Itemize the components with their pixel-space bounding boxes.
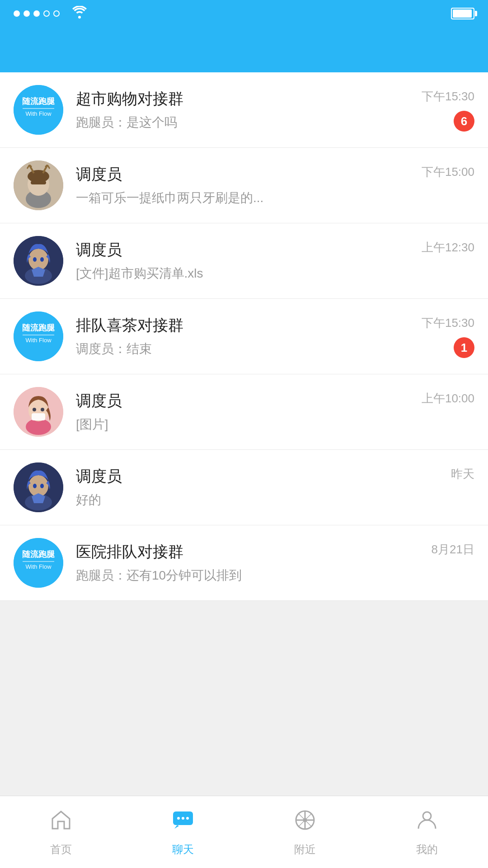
avatar-anime2 xyxy=(14,462,63,512)
chat-name: 超市购物对接群 xyxy=(76,89,183,109)
svg-text:With Flow: With Flow xyxy=(25,563,52,570)
chat-name: 调度员 xyxy=(76,391,122,411)
svg-point-34 xyxy=(40,484,44,488)
chat-item[interactable]: 调度员上午10:00[图片] xyxy=(0,374,488,450)
svg-point-20 xyxy=(14,311,63,361)
chat-item[interactable]: 随流跑腿 With Flow 排队喜茶对接群下午15:30调度员：结束1 xyxy=(0,299,488,374)
chat-content: 医院排队对接群8月21日跑腿员：还有10分钟可以排到 xyxy=(76,542,474,584)
svg-rect-14 xyxy=(31,181,46,184)
bottom-nav: 首页 聊天 xyxy=(0,796,488,868)
chat-time: 下午15:30 xyxy=(422,315,474,331)
dot5 xyxy=(53,10,60,17)
avatar-brand: 随流跑腿 With Flow xyxy=(14,538,63,588)
chat-preview: [图片] xyxy=(76,416,474,433)
svg-rect-27 xyxy=(32,413,45,420)
svg-point-42 xyxy=(186,817,189,820)
nav-label-chat: 聊天 xyxy=(172,842,194,857)
chat-content: 超市购物对接群下午15:30跑腿员：是这个吗 xyxy=(76,89,474,131)
chat-top: 调度员上午10:00 xyxy=(76,391,474,411)
chat-icon xyxy=(171,808,195,838)
chat-top: 超市购物对接群下午15:30 xyxy=(76,89,474,109)
nav-label-mine: 我的 xyxy=(416,842,438,857)
signal-dots xyxy=(14,10,60,17)
avatar-brand: 随流跑腿 With Flow xyxy=(14,85,63,135)
chat-item[interactable]: 调度员昨天好的 xyxy=(0,450,488,525)
svg-point-49 xyxy=(423,812,431,820)
chat-preview: 一箱可乐一提纸巾两只牙刷是的... xyxy=(76,189,474,207)
chat-preview: [文件]超市购买清单.xls xyxy=(76,265,474,282)
svg-text:With Flow: With Flow xyxy=(25,337,52,344)
svg-point-19 xyxy=(40,257,44,262)
chat-item[interactable]: 随流跑腿 With Flow 超市购物对接群下午15:30跑腿员：是这个吗6 xyxy=(0,72,488,148)
chat-preview: 好的 xyxy=(76,491,474,509)
avatar-anime2 xyxy=(14,236,63,286)
nearby-icon xyxy=(293,808,317,838)
dot1 xyxy=(14,10,20,17)
chat-time: 昨天 xyxy=(451,466,474,482)
nav-item-home[interactable]: 首页 xyxy=(49,808,73,857)
svg-point-28 xyxy=(33,408,36,411)
svg-point-40 xyxy=(177,817,180,820)
status-left xyxy=(14,6,87,22)
svg-text:随流跑腿: 随流跑腿 xyxy=(22,549,55,559)
chat-list-container: 随流跑腿 With Flow 超市购物对接群下午15:30跑腿员：是这个吗6 调… xyxy=(0,72,488,796)
chat-content: 调度员下午15:00一箱可乐一提纸巾两只牙刷是的... xyxy=(76,164,474,207)
svg-point-0 xyxy=(14,85,63,135)
unread-badge: 6 xyxy=(454,111,474,132)
chat-item[interactable]: 调度员上午12:30[文件]超市购买清单.xls xyxy=(0,223,488,299)
chat-content: 调度员昨天好的 xyxy=(76,466,474,509)
chat-content: 调度员上午12:30[文件]超市购买清单.xls xyxy=(76,240,474,282)
svg-point-35 xyxy=(14,538,63,588)
svg-point-18 xyxy=(33,257,37,262)
chat-item[interactable]: 随流跑腿 With Flow 医院排队对接群8月21日跑腿员：还有10分钟可以排… xyxy=(0,525,488,601)
chat-content: 排队喜茶对接群下午15:30调度员：结束 xyxy=(76,315,474,358)
chat-preview: 跑腿员：是这个吗 xyxy=(76,114,474,131)
nav-item-chat[interactable]: 聊天 xyxy=(171,808,195,857)
chat-name: 调度员 xyxy=(76,466,122,487)
unread-badge: 1 xyxy=(454,337,474,358)
chat-top: 排队喜茶对接群下午15:30 xyxy=(76,315,474,336)
chat-top: 医院排队对接群8月21日 xyxy=(76,542,474,562)
nav-item-nearby[interactable]: 附近 xyxy=(293,808,317,857)
svg-text:随流跑腿: 随流跑腿 xyxy=(22,323,55,332)
mine-icon xyxy=(415,808,439,838)
svg-text:With Flow: With Flow xyxy=(25,110,52,117)
chat-time: 上午12:30 xyxy=(422,240,474,255)
gray-spacer xyxy=(0,601,488,796)
avatar-brand: 随流跑腿 With Flow xyxy=(14,311,63,361)
chat-item[interactable]: 调度员下午15:00一箱可乐一提纸巾两只牙刷是的... xyxy=(0,148,488,223)
nav-item-mine[interactable]: 我的 xyxy=(415,808,439,857)
battery-fill xyxy=(453,9,472,18)
chat-name: 调度员 xyxy=(76,240,122,260)
chat-time: 8月21日 xyxy=(432,542,474,557)
dot3 xyxy=(33,10,40,17)
wifi-icon xyxy=(72,6,87,22)
chat-preview: 调度员：结束 xyxy=(76,340,474,358)
status-right xyxy=(446,8,474,19)
battery-icon xyxy=(451,8,474,19)
dot2 xyxy=(23,10,30,17)
svg-point-29 xyxy=(41,408,44,411)
home-icon xyxy=(49,808,73,838)
page: 随流跑腿 With Flow 超市购物对接群下午15:30跑腿员：是这个吗6 调… xyxy=(0,0,488,868)
app-header xyxy=(0,27,488,72)
avatar-pink xyxy=(14,387,63,437)
svg-text:随流跑腿: 随流跑腿 xyxy=(22,96,55,106)
nav-label-home: 首页 xyxy=(50,842,72,857)
chat-top: 调度员下午15:00 xyxy=(76,164,474,185)
chat-top: 调度员昨天 xyxy=(76,466,474,487)
chat-top: 调度员上午12:30 xyxy=(76,240,474,260)
chat-content: 调度员上午10:00[图片] xyxy=(76,391,474,433)
svg-point-33 xyxy=(33,484,37,488)
status-bar xyxy=(0,0,488,27)
chat-time: 上午10:00 xyxy=(422,391,474,406)
chat-name: 排队喜茶对接群 xyxy=(76,315,183,336)
chat-list: 随流跑腿 With Flow 超市购物对接群下午15:30跑腿员：是这个吗6 调… xyxy=(0,72,488,601)
avatar-anime1 xyxy=(14,160,63,210)
chat-name: 医院排队对接群 xyxy=(76,542,183,562)
chat-time: 下午15:00 xyxy=(422,164,474,180)
nav-label-nearby: 附近 xyxy=(294,842,316,857)
svg-point-7 xyxy=(28,170,49,183)
svg-point-41 xyxy=(182,817,184,820)
chat-time: 下午15:30 xyxy=(422,89,474,104)
